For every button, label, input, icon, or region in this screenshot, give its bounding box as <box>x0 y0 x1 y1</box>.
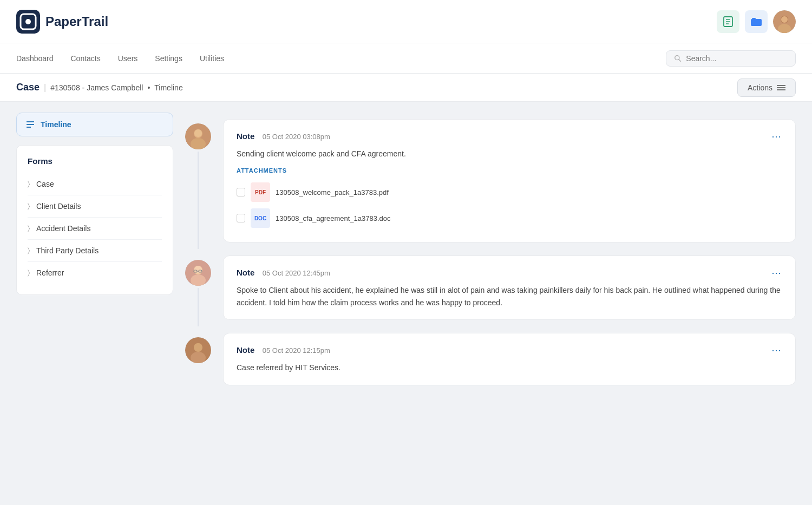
app-name: PaperTrail <box>45 14 108 29</box>
nav-contacts[interactable]: Contacts <box>71 52 101 65</box>
nav-links: Dashboard Contacts Users Settings Utilit… <box>16 52 224 65</box>
breadcrumb-bar: Case | #130508 - James Campbell • Timeli… <box>0 74 812 102</box>
breadcrumb-case-id: #130508 - James Campbell <box>50 83 143 92</box>
folder-icon-btn[interactable] <box>745 10 768 33</box>
note-menu-1[interactable]: ⋯ <box>771 130 782 142</box>
note-card-3: Note 05 Oct 2020 12:15pm ⋯ Case referred… <box>223 333 796 385</box>
sidebar-item-third-party[interactable]: 〉 Third Party Details <box>28 240 162 262</box>
timeline-item-3: Note 05 Oct 2020 12:15pm ⋯ Case referred… <box>182 326 796 391</box>
timeline-icon <box>25 120 35 129</box>
breadcrumb-dot: • <box>147 83 150 92</box>
search-input[interactable] <box>686 54 788 63</box>
avatar-3 <box>185 337 211 363</box>
attachment-checkbox-2[interactable] <box>237 214 245 222</box>
note-header-2: Note 05 Oct 2020 12:45pm ⋯ <box>237 267 782 279</box>
timeline-item-2: Note 05 Oct 2020 12:45pm ⋯ Spoke to Clie… <box>182 249 796 326</box>
svg-point-2 <box>25 19 31 24</box>
timeline-line-1 <box>198 152 199 249</box>
nav-settings[interactable]: Settings <box>155 52 182 65</box>
attachment-checkbox-1[interactable] <box>237 188 245 196</box>
note-title-group-2: Note 05 Oct 2020 12:45pm <box>237 268 330 278</box>
attachment-1-pdf: PDF 130508_welcome_pack_1a3783.pdf <box>237 179 782 205</box>
note-body-1: Sending client welcome pack and CFA agre… <box>237 148 782 160</box>
sidebar-item-case-label: Case <box>36 180 54 188</box>
nav-dashboard[interactable]: Dashboard <box>16 52 54 65</box>
svg-point-25 <box>191 274 206 286</box>
pdf-icon-1: PDF <box>251 182 270 202</box>
search-box[interactable] <box>666 50 796 67</box>
search-icon <box>674 54 682 63</box>
sidebar-item-client-label: Client Details <box>36 202 81 211</box>
user-avatar-img <box>773 10 796 33</box>
sidebar-item-referrer[interactable]: 〉 Referrer <box>28 262 162 284</box>
avatar-img-3 <box>185 337 211 363</box>
timeline-item-1: Note 05 Oct 2020 03:08pm ⋯ Sending clien… <box>182 113 796 249</box>
note-card-1: Note 05 Oct 2020 03:08pm ⋯ Sending clien… <box>223 119 796 242</box>
notes-icon-btn[interactable] <box>717 10 739 33</box>
avatar-1 <box>185 123 211 149</box>
chevron-icon-client: 〉 <box>28 202 30 211</box>
timeline-label: Timeline <box>41 120 71 129</box>
chevron-icon-case: 〉 <box>28 180 30 188</box>
svg-line-12 <box>679 59 681 61</box>
timeline-wrapper: Note 05 Oct 2020 03:08pm ⋯ Sending clien… <box>182 113 796 494</box>
note-title-group-1: Note 05 Oct 2020 03:08pm <box>237 132 330 141</box>
note-title-2: Note <box>237 268 254 277</box>
chevron-icon-third-party: 〉 <box>28 246 30 255</box>
note-title-group-3: Note 05 Oct 2020 12:15pm <box>237 345 330 355</box>
sidebar-forms-section: Forms 〉 Case 〉 Client Details 〉 Accident… <box>16 145 173 295</box>
top-header: PaperTrail <box>0 0 812 43</box>
timeline-left-2 <box>182 249 214 326</box>
svg-point-10 <box>781 16 788 23</box>
svg-point-33 <box>194 343 202 351</box>
note-title-1: Note <box>237 132 254 141</box>
svg-point-21 <box>191 138 206 149</box>
note-header-1: Note 05 Oct 2020 03:08pm ⋯ <box>237 130 782 142</box>
sidebar-item-case[interactable]: 〉 Case <box>28 173 162 195</box>
breadcrumb: Case | #130508 - James Campbell • Timeli… <box>16 82 183 93</box>
header-right <box>717 10 796 33</box>
note-title-3: Note <box>237 345 254 355</box>
attachment-filename-2[interactable]: 130508_cfa_agreement_1a3783.doc <box>276 214 391 222</box>
note-body-3: Case referred by HIT Services. <box>237 362 782 373</box>
svg-point-22 <box>194 129 202 137</box>
attachments-label-1: ATTACHMENTS <box>237 167 782 174</box>
avatar-2 <box>185 260 211 286</box>
breadcrumb-separator: | <box>44 83 46 93</box>
sidebar-item-accident-label: Accident Details <box>36 224 90 233</box>
user-avatar[interactable] <box>773 10 796 33</box>
nav-bar: Dashboard Contacts Users Settings Utilit… <box>0 43 812 74</box>
note-menu-2[interactable]: ⋯ <box>771 267 782 279</box>
chevron-icon-referrer: 〉 <box>28 268 30 277</box>
actions-button[interactable]: Actions <box>737 78 796 97</box>
attachments-section-1: ATTACHMENTS PDF 130508_welcome_pack_1a37… <box>237 167 782 231</box>
avatar-img-1 <box>185 123 211 149</box>
logo-icon <box>16 10 40 34</box>
logo-area: PaperTrail <box>16 10 108 34</box>
notes-icon <box>722 16 734 28</box>
note-date-3: 05 Oct 2020 12:15pm <box>263 346 330 355</box>
nav-utilities[interactable]: Utilities <box>200 52 224 65</box>
chevron-icon-accident: 〉 <box>28 224 30 233</box>
folder-icon <box>750 16 762 28</box>
sidebar-item-client-details[interactable]: 〉 Client Details <box>28 195 162 218</box>
attachment-1-doc: DOC 130508_cfa_agreement_1a3783.doc <box>237 205 782 231</box>
actions-menu-icon <box>777 84 785 91</box>
timeline-left-1 <box>182 113 214 249</box>
note-date-1: 05 Oct 2020 03:08pm <box>263 133 330 141</box>
breadcrumb-section: Timeline <box>154 83 182 92</box>
doc-icon-1: DOC <box>251 208 270 228</box>
note-header-3: Note 05 Oct 2020 12:15pm ⋯ <box>237 344 782 356</box>
note-date-2: 05 Oct 2020 12:45pm <box>263 269 330 277</box>
sidebar-item-third-party-label: Third Party Details <box>36 246 99 255</box>
attachment-filename-1[interactable]: 130508_welcome_pack_1a3783.pdf <box>276 188 389 196</box>
sidebar-item-accident-details[interactable]: 〉 Accident Details <box>28 218 162 240</box>
nav-users[interactable]: Users <box>118 52 138 65</box>
case-label: Case <box>16 82 40 93</box>
sidebar: Timeline Forms 〉 Case 〉 Client Details 〉… <box>16 113 173 494</box>
sidebar-timeline-item[interactable]: Timeline <box>16 113 173 136</box>
timeline-line-2 <box>198 288 199 326</box>
main-content: Timeline Forms 〉 Case 〉 Client Details 〉… <box>0 102 812 505</box>
forms-title: Forms <box>28 156 162 166</box>
note-menu-3[interactable]: ⋯ <box>771 344 782 356</box>
